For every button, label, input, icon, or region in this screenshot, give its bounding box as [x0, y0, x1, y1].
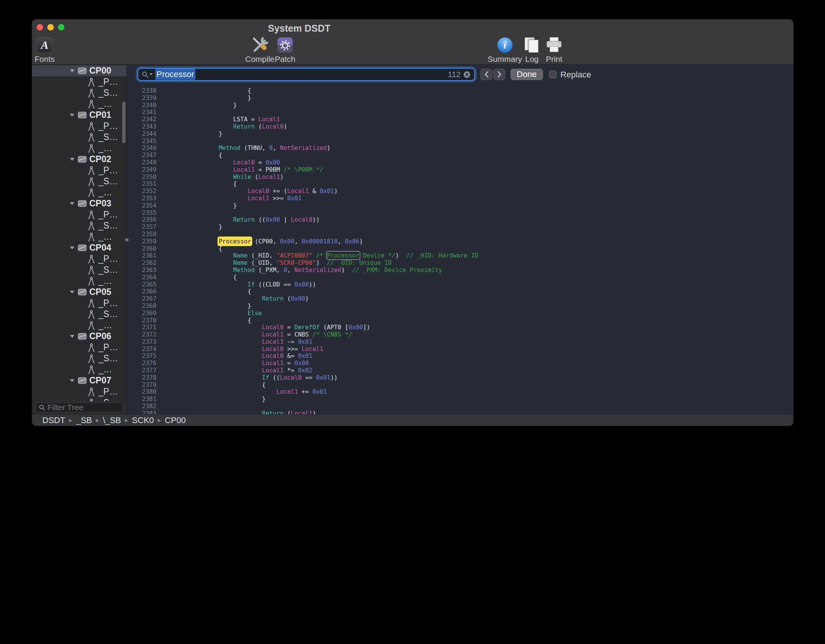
tree-leaf[interactable]: _… [32, 231, 127, 242]
disclosure-triangle-icon[interactable] [69, 69, 75, 72]
zoom-button[interactable] [58, 24, 64, 31]
tree-leaf[interactable]: _P… [32, 209, 127, 220]
tree-leaf[interactable]: _P… [32, 121, 127, 132]
tree-leaf[interactable]: _P… [32, 298, 127, 309]
tree-leaf[interactable]: _P… [32, 386, 127, 397]
tree-node-cp01[interactable]: CP01 [32, 109, 127, 121]
method-icon [88, 365, 95, 374]
search-field[interactable]: Processor 112 [137, 68, 475, 81]
code-line: 2376 Local1 = 0x00 [127, 360, 793, 367]
line-number: 2371 [127, 324, 156, 331]
tree-node-cp00[interactable]: CP00 [32, 65, 127, 76]
breadcrumb-item[interactable]: SCK0 [132, 415, 154, 425]
tree-leaf[interactable]: _S… [32, 87, 127, 98]
search-menu-icon[interactable] [142, 71, 153, 78]
code-line: 2369 Else [127, 310, 793, 317]
tree-leaf[interactable]: _P… [32, 253, 127, 264]
tree-leaf[interactable]: _… [32, 275, 127, 287]
tree-leaf[interactable]: _… [32, 98, 127, 109]
disclosure-triangle-icon[interactable] [69, 113, 75, 117]
code-line: 2346 Method (THNU, 0, NotSerialized) [127, 145, 793, 152]
tree-node-cp02[interactable]: CP02 [32, 154, 127, 165]
tree-leaf[interactable]: _S… [32, 397, 127, 401]
line-number: 2343 [127, 123, 156, 130]
tree-leaf[interactable]: _S… [32, 309, 127, 320]
tree-leaf-label: _P… [98, 386, 118, 397]
code-line: 2353 Local1 >>= 0x01 [127, 195, 793, 202]
code-line: 2356 Return ((0x00 | Local0)) [127, 216, 793, 224]
disclosure-triangle-icon[interactable] [69, 335, 75, 338]
breadcrumb-item[interactable]: CP00 [165, 415, 186, 425]
tree-leaf[interactable]: _… [32, 320, 127, 331]
breadcrumb-item[interactable]: \_SB [103, 415, 121, 425]
splitter-handle[interactable] [125, 238, 129, 242]
line-number: 2349 [127, 166, 156, 174]
print-button[interactable]: Print [545, 36, 563, 64]
line-number: 2348 [127, 159, 156, 166]
code-line: 2349 Local1 = P0BM /* \P0BM */ [127, 166, 793, 174]
breadcrumb-item[interactable]: _SB [76, 415, 92, 425]
filter-tree-field[interactable] [35, 402, 123, 412]
log-button[interactable]: Log [524, 36, 540, 64]
line-number: 2369 [127, 310, 156, 317]
tree-leaf[interactable]: _P… [32, 342, 127, 353]
tree-node-cp05[interactable]: CP05 [32, 287, 127, 298]
disclosure-triangle-icon[interactable] [69, 158, 75, 161]
line-number: 2370 [127, 317, 156, 324]
code-line: 2357 } [127, 224, 793, 231]
method-icon [88, 166, 95, 175]
filter-tree-input[interactable] [47, 403, 120, 412]
line-number: 2381 [127, 396, 156, 403]
compile-button[interactable]: Compile [245, 36, 274, 64]
tree-leaf[interactable]: _… [32, 364, 127, 375]
tree-leaf[interactable]: _… [32, 143, 127, 154]
close-button[interactable] [37, 24, 43, 31]
disclosure-triangle-icon[interactable] [69, 202, 75, 205]
line-number: 2345 [127, 138, 156, 145]
tree-leaf[interactable]: _S… [32, 220, 127, 231]
tree-node-cp06[interactable]: CP06 [32, 331, 127, 342]
dsdt-tree[interactable]: CP00_P…_S…_…CP01_P…_S…_…CP02_P…_S…_…CP03… [32, 64, 127, 401]
minimize-button[interactable] [47, 24, 54, 31]
breadcrumb-item[interactable]: DSDT [42, 415, 65, 425]
tree-node-cp03[interactable]: CP03 [32, 198, 127, 209]
tree-leaf[interactable]: _S… [32, 353, 127, 364]
summary-button[interactable]: i Summary [488, 36, 522, 64]
tree-leaf[interactable]: _P… [32, 76, 127, 87]
patch-button[interactable]: Patch [275, 36, 295, 64]
fonts-button[interactable]: A Fonts [35, 36, 55, 64]
method-icon [88, 343, 95, 352]
tree-leaf[interactable]: _S… [32, 132, 127, 143]
breadcrumb-separator-icon: ▸ [96, 416, 99, 424]
line-number: 2342 [127, 116, 156, 123]
tree-leaf[interactable]: _S… [32, 176, 127, 187]
code-line: 2365 If ((CLOD == 0x00)) [127, 281, 793, 288]
next-match-button[interactable] [493, 69, 505, 80]
tree-node-label: CP06 [89, 331, 111, 341]
sidebar-scrollbar[interactable] [122, 102, 126, 143]
disclosure-triangle-icon[interactable] [69, 290, 75, 294]
done-button[interactable]: Done [511, 69, 543, 80]
tree-leaf[interactable]: _… [32, 187, 127, 198]
code-editor[interactable]: 2338 {2339 }2340 }23412342 LSTA = Local1… [127, 84, 793, 414]
search-icon [39, 404, 45, 411]
tree-node-cp04[interactable]: CP04 [32, 242, 127, 253]
clear-search-icon[interactable] [463, 71, 471, 78]
pane-splitter[interactable] [127, 64, 127, 414]
match-count: 112 [448, 70, 461, 79]
replace-checkbox[interactable] [549, 71, 557, 78]
title-bar: System DSDT [32, 19, 793, 35]
previous-match-button[interactable] [480, 69, 492, 80]
toolbar: A Fonts Compile [32, 35, 793, 64]
code-line: 2367 Return (0x00) [127, 295, 793, 303]
disclosure-triangle-icon[interactable] [69, 379, 75, 382]
tree-leaf[interactable]: _P… [32, 165, 127, 176]
tree-leaf[interactable]: _S… [32, 264, 127, 275]
tree-leaf-label: _… [98, 364, 112, 375]
code-line: 2347 { [127, 152, 793, 159]
tree-node-label: CP03 [89, 198, 111, 209]
disclosure-triangle-icon[interactable] [69, 246, 75, 250]
tree-node-cp07[interactable]: CP07 [32, 375, 127, 386]
code-line: 2364 { [127, 274, 793, 281]
line-number: 2378 [127, 374, 156, 382]
